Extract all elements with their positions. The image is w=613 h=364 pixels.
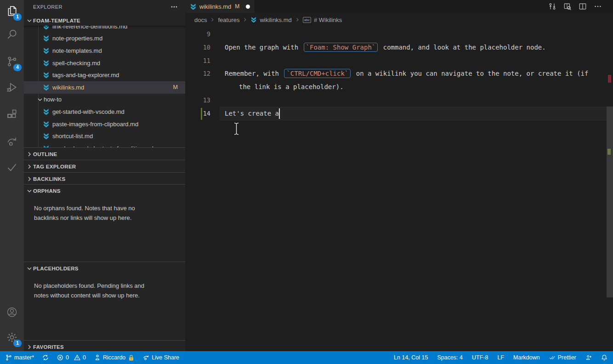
activity-extensions[interactable] <box>0 104 24 126</box>
line-number: 14 <box>185 107 210 120</box>
code-line-wrapped: the link is a placeholder). <box>185 80 607 94</box>
file-name: wikilinks.md <box>52 84 84 91</box>
warning-count: 0 <box>83 354 86 361</box>
line-text: Open the graph with `Foam: Show Graph` c… <box>225 41 546 54</box>
text-cursor <box>279 108 280 119</box>
mouse-ibeam-cursor <box>233 122 240 135</box>
markdown-file-icon <box>43 47 50 54</box>
code-line-current: 14 Let's create a <box>185 107 607 120</box>
cursor-position-label: Ln 14, Col 15 <box>394 354 428 361</box>
project-root-label: FOAM-TEMPLATE <box>33 18 80 23</box>
markdown-file-icon <box>43 72 50 78</box>
problems-item[interactable]: 0 0 <box>57 354 86 361</box>
person-icon <box>94 354 101 361</box>
overview-ruler-error-marker <box>608 75 611 83</box>
activity-tasks[interactable] <box>0 156 24 178</box>
section-placeholders: PLACEHOLDERS No placeholders found. Pend… <box>24 262 185 341</box>
code-line: 12 Remember, with `CTRL/CMD+click` on a … <box>185 67 607 80</box>
section-tag-explorer-header[interactable]: TAG EXPLORER <box>24 160 185 173</box>
live-share-icon <box>6 135 18 147</box>
chevron-right-icon <box>26 151 33 158</box>
section-favorites: FAVORITES <box>24 340 185 351</box>
activity-run-debug[interactable] <box>0 76 24 98</box>
folder-name: how-to <box>44 96 62 103</box>
section-label: FAVORITES <box>33 344 64 350</box>
tree-item-selected[interactable]: wikilinks.md M <box>24 81 185 94</box>
tree-item[interactable]: use-keyboard-shortcuts-for-editing.md <box>24 142 185 147</box>
status-right: Ln 14, Col 15 Spaces: 4 UTF-8 LF Markdow… <box>394 354 607 361</box>
formatter-label: Prettier <box>558 354 576 361</box>
line-number: 10 <box>185 41 210 54</box>
check-icon <box>6 161 18 173</box>
inline-code-span[interactable]: `Foam: Show Graph` <box>304 43 378 52</box>
section-placeholders-header[interactable]: PLACEHOLDERS <box>24 262 185 274</box>
tree-item[interactable]: tags-and-tag-explorer.md <box>24 69 185 81</box>
section-orphans-header[interactable]: ORPHANS <box>24 185 185 197</box>
chevron-right-icon <box>26 163 33 170</box>
branch-label: master* <box>14 354 34 361</box>
tree-item[interactable]: note-templates.md <box>24 45 185 57</box>
git-branch-item[interactable]: master* <box>6 354 34 361</box>
activity-source-control[interactable]: 4 <box>0 50 24 73</box>
code-line: 10 Open the graph with `Foam: Show Graph… <box>185 41 607 54</box>
tree-folder[interactable]: how-to <box>24 94 185 106</box>
tree-item[interactable]: link-reference-definitions.md <box>24 26 185 33</box>
section-backlinks: BACKLINKS <box>24 172 185 185</box>
markdown-file-icon <box>43 84 50 91</box>
encoding-item[interactable]: UTF-8 <box>472 354 488 361</box>
activity-live-share[interactable] <box>0 130 24 152</box>
section-label: PLACEHOLDERS <box>33 266 79 271</box>
sidebar-title-label: EXPLORER <box>33 4 62 10</box>
tree-item[interactable]: note-properties.md <box>24 33 185 45</box>
file-name: link-reference-definitions.md <box>52 26 127 30</box>
feedback-item[interactable] <box>585 354 592 361</box>
explorer-more-actions[interactable] <box>170 2 179 11</box>
live-share-item[interactable]: Live Share <box>143 354 179 361</box>
section-label: BACKLINKS <box>33 176 65 182</box>
language-mode-item[interactable]: Markdown <box>513 354 540 361</box>
warning-icon <box>74 354 80 361</box>
status-bar: master* 0 0 Riccar <box>0 351 613 364</box>
section-outline: OUTLINE <box>24 147 185 160</box>
activity-explorer[interactable]: 1 <box>0 0 24 22</box>
live-share-label: Live Share <box>152 354 179 361</box>
tree-item[interactable]: shortcut-list.md <box>24 130 185 142</box>
eol-item[interactable]: LF <box>497 354 504 361</box>
error-count: 0 <box>66 354 69 361</box>
file-name: shortcut-list.md <box>52 133 93 140</box>
activity-settings[interactable]: 1 <box>0 326 24 348</box>
vertical-scrollbar[interactable] <box>607 106 613 297</box>
activity-bar: 1 4 <box>0 0 24 351</box>
source-control-badge: 4 <box>13 64 22 71</box>
code-line: 13 <box>185 94 607 107</box>
double-check-icon <box>549 354 556 361</box>
section-backlinks-header[interactable]: BACKLINKS <box>24 173 185 185</box>
cursor-position-item[interactable]: Ln 14, Col 15 <box>394 354 428 361</box>
explorer-badge: 1 <box>13 13 22 21</box>
formatter-item[interactable]: Prettier <box>549 354 576 361</box>
tree-item[interactable]: get-started-with-vscode.md <box>24 106 185 118</box>
chevron-down-icon <box>26 17 33 24</box>
chevron-right-icon <box>26 343 33 351</box>
search-icon <box>6 28 18 40</box>
sync-item[interactable] <box>42 354 49 361</box>
live-share-user-item[interactable]: Riccardo <box>94 354 135 361</box>
notifications-item[interactable] <box>601 354 607 361</box>
indentation-item[interactable]: Spaces: 4 <box>437 354 463 361</box>
activity-accounts[interactable] <box>0 301 24 323</box>
line-number: 13 <box>185 94 210 107</box>
tree-item[interactable]: spell-checking.md <box>24 57 185 69</box>
inline-code-span[interactable]: `CTRL/CMD+click` <box>284 69 351 78</box>
project-root-header[interactable]: FOAM-TEMPLATE <box>24 16 185 26</box>
tree-item[interactable]: paste-images-from-clipboard.md <box>24 118 185 130</box>
chevron-down-icon <box>36 96 44 103</box>
file-name: spell-checking.md <box>52 60 100 67</box>
activity-search[interactable] <box>0 23 24 45</box>
eol-label: LF <box>497 354 504 361</box>
markdown-file-icon <box>43 108 50 115</box>
code-area[interactable]: 9 10 Open the graph with `Foam: Show Gra… <box>185 0 613 351</box>
user-label: Riccardo <box>103 354 125 361</box>
chevron-right-icon <box>26 175 33 183</box>
section-outline-header[interactable]: OUTLINE <box>24 148 185 160</box>
error-icon <box>57 354 63 361</box>
